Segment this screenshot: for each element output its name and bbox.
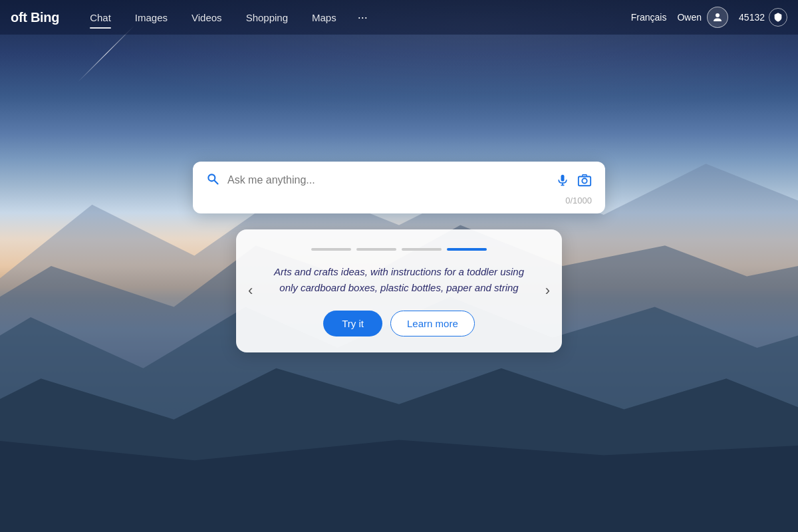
nav-links: Chat Images Videos Shopping Maps ··· [80, 7, 631, 29]
user-avatar[interactable] [707, 7, 728, 28]
nav-link-images[interactable]: Images [126, 8, 177, 27]
camera-icon [577, 173, 592, 188]
progress-indicators [268, 248, 530, 251]
search-icon [206, 172, 219, 189]
svg-line-2 [215, 180, 218, 184]
nav-link-chat[interactable]: Chat [80, 8, 120, 27]
nav-link-maps[interactable]: Maps [303, 8, 346, 27]
shield-icon [773, 12, 783, 23]
points-value: 45132 [739, 12, 765, 23]
rewards-points[interactable]: 45132 [739, 8, 787, 27]
learn-more-button[interactable]: Learn more [390, 311, 475, 336]
user-icon [712, 11, 724, 23]
svg-rect-3 [561, 175, 565, 182]
brand-logo: oft Bing [11, 10, 59, 25]
try-it-button[interactable]: Try it [323, 311, 382, 336]
suggestion-actions: Try it Learn more [268, 311, 530, 336]
character-counter: 0/1000 [206, 196, 592, 205]
nav-link-videos[interactable]: Videos [182, 8, 231, 27]
nav-link-shopping[interactable]: Shopping [237, 8, 297, 27]
next-suggestion-button[interactable]: › [540, 279, 555, 302]
rewards-icon [769, 8, 787, 27]
search-box: 0/1000 [193, 162, 605, 213]
user-menu[interactable]: Owen [677, 7, 728, 28]
prev-suggestion-button[interactable]: ‹ [243, 279, 258, 302]
progress-dot-4 [447, 248, 487, 251]
svg-point-7 [582, 178, 587, 183]
camera-button[interactable] [577, 173, 592, 188]
progress-dot-3 [402, 248, 442, 251]
language-selector[interactable]: Français [631, 12, 667, 23]
svg-point-0 [716, 13, 720, 17]
username-label: Owen [677, 12, 702, 23]
navbar: oft Bing Chat Images Videos Shopping Map… [0, 0, 798, 35]
suggestion-card: ‹ › Arts and crafts ideas, with instruct… [236, 229, 562, 352]
suggestion-text: Arts and crafts ideas, with instructions… [268, 264, 530, 296]
mic-button[interactable] [556, 174, 569, 187]
search-row [206, 172, 592, 189]
mic-icon [556, 174, 569, 187]
progress-dot-1 [311, 248, 351, 251]
search-input[interactable] [227, 174, 548, 186]
progress-dot-2 [356, 248, 396, 251]
main-content: 0/1000 ‹ › Arts and crafts ideas, with i… [0, 35, 798, 532]
search-action-icons [556, 173, 592, 188]
nav-more-button[interactable]: ··· [351, 7, 374, 29]
nav-right: Français Owen 45132 [631, 7, 787, 28]
